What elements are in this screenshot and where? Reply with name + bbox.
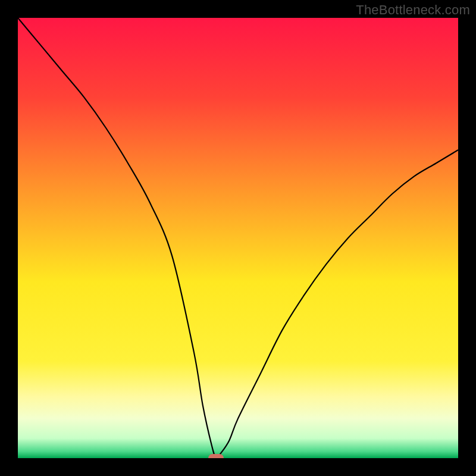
watermark-label: TheBottleneck.com: [356, 2, 470, 18]
plot-area: [18, 18, 458, 458]
chart-frame: TheBottleneck.com: [0, 0, 476, 476]
minimum-marker: [208, 454, 224, 458]
bottleneck-curve: [18, 18, 458, 458]
